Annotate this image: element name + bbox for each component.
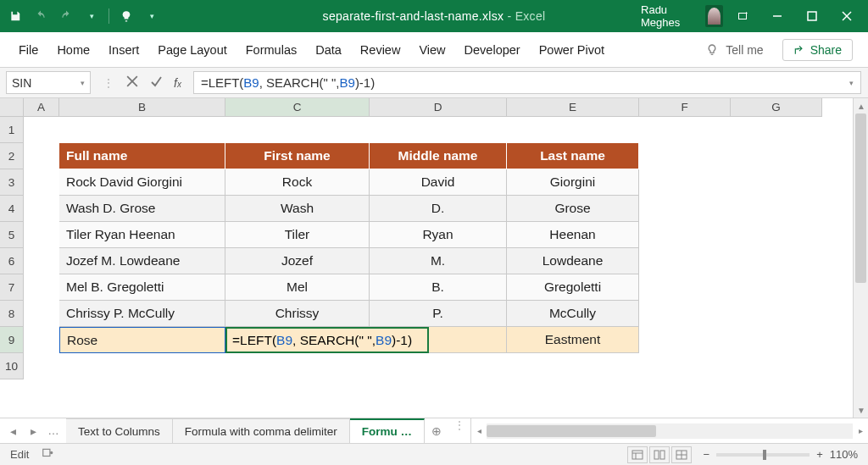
tab-scroll-right-icon[interactable]: ▸ xyxy=(24,422,42,440)
col-header-d[interactable]: D xyxy=(370,98,507,117)
col-header-e[interactable]: E xyxy=(507,98,639,117)
tab-review[interactable]: Review xyxy=(360,43,401,57)
table-cell[interactable]: Mel B. Gregoletti xyxy=(59,274,225,301)
table-cell[interactable]: Tiler Ryan Heenan xyxy=(59,222,225,248)
col-header-a[interactable]: A xyxy=(24,98,59,117)
share-button[interactable]: Share xyxy=(782,39,853,61)
macro-record-icon[interactable] xyxy=(41,447,54,462)
table-cell[interactable]: Chrissy xyxy=(225,301,370,327)
table-cell[interactable]: Grose xyxy=(507,196,639,222)
vertical-scrollbar[interactable]: ▲ ▼ xyxy=(853,98,868,418)
row-header-10[interactable]: 10 xyxy=(0,353,24,379)
table-cell[interactable]: Wash D. Grose xyxy=(59,196,225,222)
cell[interactable] xyxy=(24,353,59,379)
table-cell[interactable]: Rock David Giorgini xyxy=(59,169,225,196)
table-cell[interactable]: Jozef xyxy=(225,248,370,274)
table-cell[interactable]: M. xyxy=(370,248,507,274)
row-header-4[interactable]: 4 xyxy=(0,196,24,222)
table-cell[interactable]: David xyxy=(370,169,507,196)
row-header-8[interactable]: 8 xyxy=(0,301,24,327)
cell[interactable] xyxy=(639,301,731,327)
scroll-right-icon[interactable]: ▸ xyxy=(853,423,868,439)
tab-power-pivot[interactable]: Power Pivot xyxy=(539,43,604,57)
cell[interactable] xyxy=(639,222,731,248)
table-cell[interactable]: Giorgini xyxy=(507,169,639,196)
enter-icon[interactable] xyxy=(150,75,162,90)
zoom-control[interactable]: − + 110% xyxy=(704,448,858,461)
cell[interactable] xyxy=(507,353,639,379)
tab-formulas[interactable]: Formulas xyxy=(246,43,297,57)
table-cell[interactable]: Mel xyxy=(225,274,370,301)
page-layout-view-button[interactable] xyxy=(649,446,670,463)
cell[interactable] xyxy=(225,353,370,379)
sheet-tab-active[interactable]: Formu … xyxy=(350,418,425,443)
fx-icon[interactable]: fx xyxy=(174,76,181,90)
ribbon-display-options-icon[interactable] xyxy=(728,3,758,30)
cell[interactable] xyxy=(731,117,822,143)
cell[interactable] xyxy=(24,248,59,274)
account-name[interactable]: Radu Meghes xyxy=(641,3,695,29)
cell[interactable] xyxy=(507,117,639,143)
cell[interactable] xyxy=(639,143,731,169)
cell[interactable] xyxy=(639,327,731,353)
cell[interactable] xyxy=(225,117,370,143)
col-header-c[interactable]: C xyxy=(225,98,370,117)
horizontal-scrollbar[interactable]: ◂ ▸ xyxy=(471,423,868,439)
cell[interactable] xyxy=(24,169,59,196)
cell[interactable] xyxy=(370,353,507,379)
row-header-1[interactable]: 1 xyxy=(0,117,24,143)
table-cell[interactable]: P. xyxy=(370,301,507,327)
cell[interactable] xyxy=(59,353,225,379)
table-cell[interactable]: McCully xyxy=(507,301,639,327)
table-cell[interactable]: Heenan xyxy=(507,222,639,248)
tab-view[interactable]: View xyxy=(419,43,445,57)
cell[interactable] xyxy=(24,117,59,143)
cell[interactable] xyxy=(24,196,59,222)
cell[interactable] xyxy=(639,248,731,274)
cell[interactable] xyxy=(639,169,731,196)
tab-page-layout[interactable]: Page Layout xyxy=(158,43,226,57)
zoom-in-icon[interactable]: + xyxy=(816,448,823,461)
lightbulb-icon[interactable] xyxy=(118,8,135,25)
cell[interactable] xyxy=(731,143,822,169)
table-cell[interactable]: Wash xyxy=(225,196,370,222)
row-header-5[interactable]: 5 xyxy=(0,222,24,248)
cell[interactable] xyxy=(639,274,731,301)
formula-input[interactable]: =LEFT(B9, SEARCH(" ", B9)-1) ▾ xyxy=(193,71,861,94)
table-cell[interactable]: Gregoletti xyxy=(507,274,639,301)
row-header-3[interactable]: 3 xyxy=(0,169,24,196)
table-cell[interactable]: D. xyxy=(370,196,507,222)
cell-editor[interactable]: =LEFT(B9, SEARCH(" ", B9)-1) xyxy=(225,327,429,353)
tab-developer[interactable]: Developer xyxy=(465,43,520,57)
tell-me[interactable]: Tell me xyxy=(705,43,763,57)
tab-insert[interactable]: Insert xyxy=(108,43,139,57)
table-cell[interactable]: Tiler xyxy=(225,222,370,248)
cell[interactable] xyxy=(59,117,225,143)
normal-view-button[interactable] xyxy=(627,446,648,463)
maximize-button[interactable] xyxy=(797,3,826,30)
col-header-g[interactable]: G xyxy=(731,98,822,117)
cell[interactable] xyxy=(731,327,822,353)
cell[interactable] xyxy=(731,353,822,379)
cell[interactable] xyxy=(639,196,731,222)
zoom-level[interactable]: 110% xyxy=(830,448,858,461)
cell[interactable] xyxy=(731,222,822,248)
table-cell[interactable]: Rose xyxy=(59,327,225,353)
cell[interactable] xyxy=(639,353,731,379)
table-cell[interactable]: Eastment xyxy=(507,327,639,353)
cell[interactable] xyxy=(731,169,822,196)
cell[interactable] xyxy=(24,222,59,248)
scroll-left-icon[interactable]: ◂ xyxy=(471,423,487,439)
scroll-up-icon[interactable]: ▲ xyxy=(854,98,868,113)
cell[interactable] xyxy=(731,274,822,301)
scroll-down-icon[interactable]: ▼ xyxy=(854,402,868,418)
cell[interactable] xyxy=(24,274,59,301)
table-cell[interactable]: B. xyxy=(370,274,507,301)
tab-data[interactable]: Data xyxy=(315,43,342,57)
close-button[interactable] xyxy=(832,3,861,30)
cancel-icon[interactable] xyxy=(126,75,138,90)
row-header-6[interactable]: 6 xyxy=(0,248,24,274)
save-icon[interactable] xyxy=(7,8,24,25)
cell[interactable] xyxy=(731,301,822,327)
table-header-lastname[interactable]: Last name xyxy=(507,143,639,169)
